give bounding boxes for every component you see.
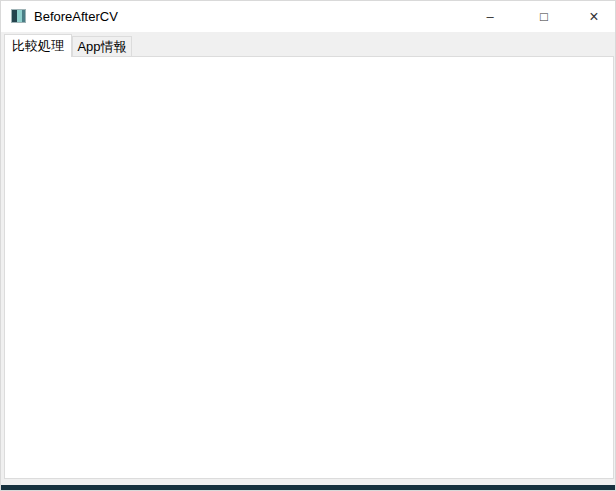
window-title: BeforeAfterCV xyxy=(34,9,118,24)
minimize-button[interactable]: – xyxy=(467,1,513,32)
window-bottom-strip xyxy=(1,485,616,490)
maximize-icon: □ xyxy=(540,9,548,24)
minimize-icon: – xyxy=(486,9,493,24)
tab-app-info[interactable]: App情報 xyxy=(72,36,132,56)
app-icon xyxy=(11,9,26,23)
app-window: BeforeAfterCV – □ × 比較処理 App情報 終了 比較 Bef… xyxy=(0,0,616,491)
close-icon: × xyxy=(589,8,598,26)
tab-page-panel xyxy=(4,56,614,479)
close-button[interactable]: × xyxy=(571,1,616,32)
title-bar: BeforeAfterCV – □ × xyxy=(1,1,616,32)
maximize-button[interactable]: □ xyxy=(521,1,567,32)
tab-comparison[interactable]: 比較処理 xyxy=(4,34,72,57)
